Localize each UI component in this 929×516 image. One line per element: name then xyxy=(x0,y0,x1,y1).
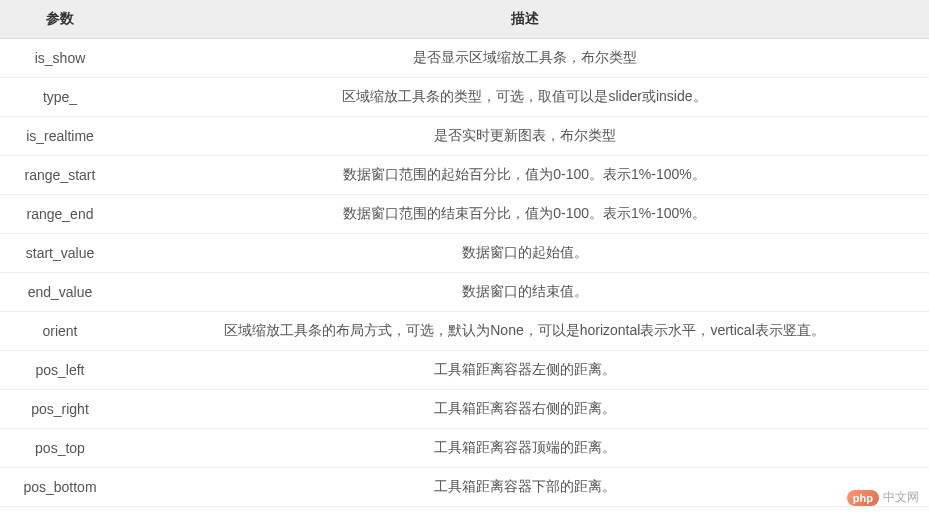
desc-cell: 数据窗口范围的起始百分比，值为0-100。表示1%-100%。 xyxy=(120,156,929,195)
param-cell: range_end xyxy=(0,195,120,234)
desc-cell: 区域缩放工具条的类型，可选，取值可以是slider或inside。 xyxy=(120,78,929,117)
watermark-text: 中文网 xyxy=(883,489,919,506)
param-cell: end_value xyxy=(0,273,120,312)
table-row: pos_right 工具箱距离容器右侧的距离。 xyxy=(0,390,929,429)
desc-cell: 是否显示区域缩放工具条，布尔类型 xyxy=(120,39,929,78)
table-row: end_value 数据窗口的结束值。 xyxy=(0,273,929,312)
header-param: 参数 xyxy=(0,0,120,39)
table-row: range_end 数据窗口范围的结束百分比，值为0-100。表示1%-100%… xyxy=(0,195,929,234)
table-row: pos_left 工具箱距离容器左侧的距离。 xyxy=(0,351,929,390)
param-cell: range_start xyxy=(0,156,120,195)
param-cell: start_value xyxy=(0,234,120,273)
table-row: start_value 数据窗口的起始值。 xyxy=(0,234,929,273)
header-description: 描述 xyxy=(120,0,929,39)
watermark-logo: php xyxy=(847,490,879,506)
table-body: is_show 是否显示区域缩放工具条，布尔类型 type_ 区域缩放工具条的类… xyxy=(0,39,929,507)
watermark: php 中文网 xyxy=(847,489,919,506)
desc-cell: 区域缩放工具条的布局方式，可选，默认为None，可以是horizontal表示水… xyxy=(120,312,929,351)
desc-cell: 工具箱距离容器顶端的距离。 xyxy=(120,429,929,468)
table-row: orient 区域缩放工具条的布局方式，可选，默认为None，可以是horizo… xyxy=(0,312,929,351)
param-cell: pos_top xyxy=(0,429,120,468)
desc-cell: 数据窗口的结束值。 xyxy=(120,273,929,312)
desc-cell: 工具箱距离容器右侧的距离。 xyxy=(120,390,929,429)
param-cell: pos_bottom xyxy=(0,468,120,507)
param-cell: is_realtime xyxy=(0,117,120,156)
param-cell: orient xyxy=(0,312,120,351)
table-row: range_start 数据窗口范围的起始百分比，值为0-100。表示1%-10… xyxy=(0,156,929,195)
params-table: 参数 描述 is_show 是否显示区域缩放工具条，布尔类型 type_ 区域缩… xyxy=(0,0,929,507)
param-cell: pos_left xyxy=(0,351,120,390)
table-row: pos_top 工具箱距离容器顶端的距离。 xyxy=(0,429,929,468)
desc-cell: 工具箱距离容器左侧的距离。 xyxy=(120,351,929,390)
table-row: pos_bottom 工具箱距离容器下部的距离。 xyxy=(0,468,929,507)
table-row: is_realtime 是否实时更新图表，布尔类型 xyxy=(0,117,929,156)
desc-cell: 是否实时更新图表，布尔类型 xyxy=(120,117,929,156)
table-header-row: 参数 描述 xyxy=(0,0,929,39)
desc-cell: 数据窗口范围的结束百分比，值为0-100。表示1%-100%。 xyxy=(120,195,929,234)
desc-cell: 数据窗口的起始值。 xyxy=(120,234,929,273)
param-cell: is_show xyxy=(0,39,120,78)
desc-cell: 工具箱距离容器下部的距离。 xyxy=(120,468,929,507)
table-row: is_show 是否显示区域缩放工具条，布尔类型 xyxy=(0,39,929,78)
param-cell: pos_right xyxy=(0,390,120,429)
table-row: type_ 区域缩放工具条的类型，可选，取值可以是slider或inside。 xyxy=(0,78,929,117)
param-cell: type_ xyxy=(0,78,120,117)
